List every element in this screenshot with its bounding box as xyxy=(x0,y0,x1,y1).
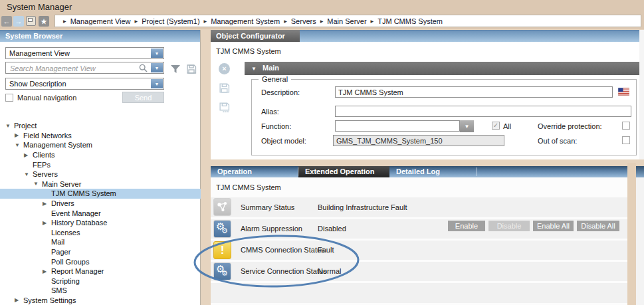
tab-detailed-log[interactable]: Detailed Log xyxy=(389,166,477,177)
alias-field[interactable] xyxy=(335,106,631,117)
cmms-connection-status-icon: ! xyxy=(213,241,231,259)
send-button[interactable]: Send xyxy=(122,92,164,103)
recent-views-icon[interactable] xyxy=(26,16,36,26)
function-field[interactable] xyxy=(335,120,460,132)
tree-item-mail[interactable]: Mail xyxy=(0,237,201,247)
enable-all-button[interactable]: Enable All xyxy=(533,221,574,231)
main-section-title: Main xyxy=(263,64,279,72)
out-of-scan-label: Out of scan: xyxy=(538,137,577,145)
main-section-bar[interactable]: ▼ Main xyxy=(245,62,639,75)
collapse-triangle-icon: ▼ xyxy=(251,66,257,72)
panel-splitter[interactable] xyxy=(627,163,636,305)
tree-item-feps[interactable]: FEPs xyxy=(0,159,201,169)
disable-all-button[interactable]: Disable All xyxy=(577,221,619,231)
tree-item-licenses[interactable]: Licenses xyxy=(0,228,201,238)
tree-item-system-settings[interactable]: ▶System Settings xyxy=(0,296,201,305)
object-configurator-tab[interactable]: Object Configurator xyxy=(211,30,300,42)
tab-separator xyxy=(298,167,298,176)
description-label: Description: xyxy=(261,88,300,96)
tree-item-report-manager[interactable]: ▶Report Manager xyxy=(0,266,201,276)
tree-item-label: Drivers xyxy=(51,199,74,207)
override-protection-checkbox[interactable] xyxy=(622,122,630,130)
breadcrumb-arrow-icon: ▶ xyxy=(320,19,324,23)
search-chevron-down-icon[interactable]: ▼ xyxy=(151,63,163,72)
breadcrumb-item[interactable]: TJM CMMS System xyxy=(377,17,443,25)
tree-collapsed-icon[interactable]: ▶ xyxy=(24,152,33,158)
back-icon[interactable]: ← xyxy=(1,16,12,27)
tree-item-label: Servers xyxy=(33,170,58,178)
save-icon[interactable] xyxy=(219,82,230,94)
function-chevron-down-icon[interactable]: ▼ xyxy=(460,120,474,132)
tab-extended-operation[interactable]: Extended Operation xyxy=(298,166,389,177)
tree-item-pager[interactable]: Pager xyxy=(0,247,201,257)
tree-item-label: Licenses xyxy=(51,229,80,237)
display-mode-dropdown[interactable]: Show Description ▼ xyxy=(5,78,164,90)
save-filter-icon[interactable] xyxy=(186,64,197,75)
chevron-down-icon[interactable]: ▼ xyxy=(151,79,163,88)
tree-item-event-manager[interactable]: Event Manager xyxy=(0,208,201,218)
tree-collapsed-icon[interactable]: ▶ xyxy=(43,201,51,207)
search-icon[interactable] xyxy=(139,64,148,72)
breadcrumb-arrow-icon: ▶ xyxy=(204,19,207,23)
breadcrumb-item[interactable]: Management View xyxy=(70,17,131,25)
tree-expanded-icon[interactable]: ▼ xyxy=(5,123,14,129)
tree-item-servers[interactable]: ▼Servers xyxy=(0,169,201,179)
tree-collapsed-icon[interactable]: ▶ xyxy=(15,297,23,303)
tree-item-label: Event Manager xyxy=(51,209,101,217)
chevron-down-icon[interactable]: ▼ xyxy=(151,49,163,58)
breadcrumb-item[interactable]: Management System xyxy=(211,17,280,25)
tree-item-sms[interactable]: SMS xyxy=(0,286,201,296)
clear-icon[interactable]: × xyxy=(219,63,230,74)
right-edge-panel xyxy=(636,166,644,305)
tree-item-management-system[interactable]: ▼Management System xyxy=(0,140,201,150)
alarm-suppression-icon: ⚙⚙ xyxy=(213,220,231,238)
enable-button[interactable]: Enable xyxy=(448,221,485,231)
breadcrumb-arrow-icon: ▶ xyxy=(371,19,374,23)
tree-item-history-database[interactable]: ▶History Database xyxy=(0,218,201,228)
breadcrumb-item[interactable]: Servers xyxy=(291,17,316,25)
view-selector-dropdown[interactable]: Management View ▼ xyxy=(5,47,164,59)
navigation-bar: ← → ★ ▶Management View▶Project (System1)… xyxy=(0,14,644,29)
alarm-suppression-buttons: EnableDisableEnable AllDisable All xyxy=(448,221,619,231)
search-box[interactable]: ▼ xyxy=(5,62,164,74)
tree-expanded-icon[interactable]: ▼ xyxy=(15,142,23,148)
tree-item-project[interactable]: ▼Project xyxy=(0,121,201,131)
tree-collapsed-icon[interactable]: ▶ xyxy=(43,268,51,274)
object-model-field xyxy=(333,135,504,146)
tree-item-poll-groups[interactable]: Poll Groups xyxy=(0,256,201,266)
favorites-star-icon[interactable]: ★ xyxy=(39,16,49,27)
tab-operation[interactable]: Operation xyxy=(211,166,298,177)
tree-collapsed-icon[interactable]: ▶ xyxy=(43,220,51,226)
general-group-title: General xyxy=(259,75,291,83)
tree-expanded-icon[interactable]: ▼ xyxy=(33,181,42,187)
manual-navigation-checkbox[interactable] xyxy=(5,94,13,102)
breadcrumb-item[interactable]: Project (System1) xyxy=(142,17,199,25)
tree-item-label: TJM CMMS System xyxy=(51,189,116,197)
tree-item-label: Field Networks xyxy=(23,132,72,140)
description-field[interactable] xyxy=(335,86,613,98)
tree-expanded-icon[interactable]: ▼ xyxy=(24,171,33,177)
breadcrumb-item[interactable]: Main Server xyxy=(327,17,366,25)
out-of-scan-checkbox[interactable] xyxy=(622,136,630,144)
override-protection-label: Override protection: xyxy=(538,122,602,130)
us-flag-icon xyxy=(618,88,629,96)
status-row-label: Summary Status xyxy=(241,197,294,217)
tree-collapsed-icon[interactable]: ▶ xyxy=(15,132,23,138)
search-input[interactable] xyxy=(9,63,131,73)
tab-separator xyxy=(477,167,477,176)
tree-item-drivers[interactable]: ▶Drivers xyxy=(0,199,201,209)
status-row-label: CMMS Connection Status xyxy=(241,241,325,260)
tree-item-main-server[interactable]: ▼Main Server xyxy=(0,179,201,189)
tree-item-tjm-cmms-system[interactable]: TJM CMMS System xyxy=(0,189,201,199)
tree-item-scripting[interactable]: Scripting xyxy=(0,276,201,286)
forward-icon[interactable]: → xyxy=(13,16,24,27)
status-row-label: Service Connection Status xyxy=(241,262,327,281)
tree-item-field-networks[interactable]: ▶Field Networks xyxy=(0,131,201,141)
display-mode-value: Show Description xyxy=(9,80,66,88)
operation-object-name: TJM CMMS System xyxy=(216,183,281,191)
configured-object-name: TJM CMMS System xyxy=(216,47,281,55)
filter-icon[interactable] xyxy=(170,64,181,75)
all-checkbox[interactable]: ✓ xyxy=(492,122,500,130)
tree-item-clients[interactable]: ▶Clients xyxy=(0,150,201,160)
save-as-icon[interactable] xyxy=(219,102,230,113)
